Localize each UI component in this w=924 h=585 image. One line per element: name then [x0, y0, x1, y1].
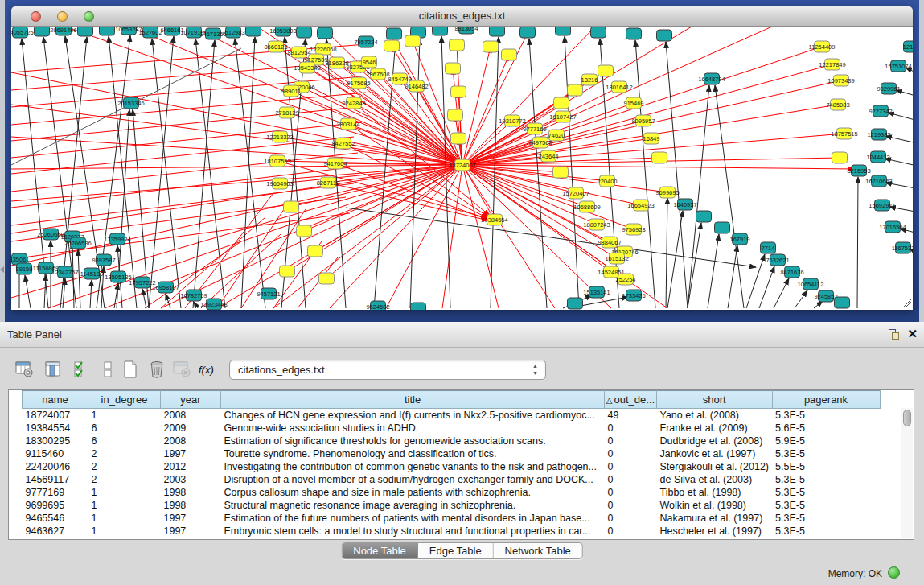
graph-node[interactable] — [451, 133, 466, 144]
graph-edge[interactable] — [161, 165, 462, 308]
graph-edge[interactable] — [857, 177, 858, 308]
float-panel-icon[interactable] — [889, 329, 900, 340]
table-row[interactable]: 1830029562008Estimation of significance … — [23, 435, 881, 447]
table-cell[interactable]: 5.6E-5 — [772, 422, 880, 435]
table-cell[interactable]: Structural magnetic resonance image aver… — [221, 499, 605, 512]
column-header-in_degree[interactable]: in_degree — [88, 391, 161, 409]
table-cell[interactable]: 5.3E-5 — [772, 473, 880, 486]
graph-node[interactable]: 252254 — [615, 274, 635, 285]
graph-edge[interactable] — [774, 278, 789, 308]
graph-edge[interactable] — [462, 165, 555, 308]
graph-node[interactable]: 9417004 — [323, 158, 347, 169]
graph-edge[interactable] — [728, 245, 737, 308]
table-cell[interactable]: 2 — [88, 473, 161, 486]
table-cell[interactable]: 22420046 — [23, 460, 88, 473]
graph-edge[interactable] — [359, 83, 462, 165]
graph-node[interactable]: 220400 — [597, 175, 617, 187]
table-cell[interactable]: 0 — [605, 486, 657, 499]
table-row[interactable]: 1938455462009Genome-wide association stu… — [23, 422, 881, 435]
graph-node[interactable] — [483, 41, 499, 52]
graph-node[interactable]: 1640937 — [673, 199, 696, 210]
graph-node[interactable]: 11254409 — [809, 41, 836, 52]
graph-node[interactable]: 16782759 — [180, 290, 207, 301]
column-header-year[interactable]: year — [161, 391, 221, 409]
graph-node[interactable]: 10973439 — [827, 75, 854, 86]
graph-node[interactable]: 18107553 — [264, 155, 290, 167]
graph-node[interactable] — [626, 28, 642, 39]
graph-node[interactable]: 8471676 — [780, 266, 803, 278]
graph-node[interactable]: 17016504 — [879, 221, 906, 233]
column-header-pagerank[interactable]: pagerank — [772, 391, 880, 409]
graph-node[interactable]: 989011 — [281, 85, 301, 97]
table-cell[interactable]: Dudbridge et al. (2008) — [657, 435, 773, 447]
graph-node[interactable]: 1244413 — [866, 151, 889, 163]
graph-node[interactable] — [433, 27, 448, 35]
graph-edge[interactable] — [193, 40, 215, 308]
column-edit-icon[interactable] — [42, 357, 64, 381]
graph-node[interactable]: 39159 — [16, 263, 33, 274]
graph-node[interactable]: 19654903 — [266, 178, 293, 189]
graph-edge[interactable] — [11, 165, 462, 266]
table-cell[interactable]: 2003 — [161, 473, 221, 486]
graph-edge[interactable] — [11, 165, 462, 169]
graph-node[interactable]: 9329961 — [877, 83, 900, 94]
graph-edge[interactable] — [11, 107, 358, 141]
graph-node[interactable]: 9397587 — [92, 254, 115, 266]
graph-edge[interactable] — [78, 249, 80, 308]
graph-edge[interactable] — [759, 266, 774, 308]
table-cell[interactable]: 1997 — [161, 512, 221, 525]
graph-node[interactable]: 7957224 — [354, 36, 377, 47]
graph-node[interactable]: 20691406 — [50, 27, 76, 35]
graph-edge[interactable] — [441, 36, 450, 308]
graph-edge[interactable] — [462, 27, 772, 165]
graph-node[interactable]: 16654923 — [627, 200, 654, 211]
table-cell[interactable]: 2008 — [161, 435, 221, 447]
graph-node[interactable]: 16849 — [643, 133, 660, 144]
graph-node[interactable]: 1167533 — [892, 242, 913, 253]
graph-node[interactable]: 2718129 — [275, 107, 298, 118]
graph-node[interactable]: 74620 — [548, 130, 565, 141]
graph-node[interactable]: 16958107 — [152, 282, 179, 293]
table-cell[interactable]: 5.3E-5 — [772, 525, 880, 538]
graph-edge[interactable] — [529, 39, 547, 308]
graph-node[interactable]: 19210772 — [499, 115, 525, 126]
graph-node[interactable]: 9457121 — [257, 288, 280, 299]
table-cell[interactable]: 0 — [605, 525, 657, 538]
graph-node[interactable]: 12226058 — [310, 43, 336, 55]
graph-node[interactable] — [284, 201, 299, 212]
table-cell[interactable]: 9463627 — [23, 525, 88, 538]
clear-selection-icon[interactable] — [97, 357, 119, 381]
table-row[interactable]: 969969511998Structural magnetic resonanc… — [23, 499, 881, 512]
graph-node[interactable] — [100, 27, 115, 35]
minimize-window-icon[interactable] — [57, 11, 68, 22]
graph-edge[interactable] — [462, 47, 491, 165]
graph-node[interactable] — [78, 27, 93, 36]
close-window-icon[interactable] — [31, 11, 41, 22]
graph-edge[interactable] — [462, 165, 611, 308]
table-cell[interactable]: Tourette syndrome. Phenomenology and cla… — [221, 447, 605, 460]
graph-edge[interactable] — [715, 85, 744, 308]
graph-edge[interactable] — [235, 39, 265, 308]
graph-node[interactable] — [652, 152, 667, 163]
graph-node[interactable]: 167919 — [729, 233, 749, 245]
graph-edge[interactable] — [149, 36, 174, 308]
table-cell[interactable]: 2008 — [161, 409, 221, 422]
column-header-short[interactable]: short — [657, 391, 773, 409]
graph-edge[interactable] — [462, 55, 509, 165]
table-cell[interactable]: Corpus callosum shape and size in male p… — [221, 486, 605, 499]
scrollbar-thumb[interactable] — [903, 410, 911, 426]
graph-node[interactable] — [411, 303, 426, 310]
graph-node[interactable]: 16107427 — [549, 111, 576, 122]
table-header[interactable]: namein_degreeyeartitle△out_de...shortpag… — [23, 391, 881, 409]
graph-node[interactable]: 15720407 — [562, 187, 589, 199]
zoom-window-icon[interactable] — [84, 11, 94, 22]
graph-edge[interactable] — [328, 183, 488, 220]
table-cell[interactable]: 19384554 — [23, 422, 88, 435]
graph-node[interactable] — [384, 40, 400, 51]
tab-edge-table[interactable]: Edge Table — [418, 543, 494, 558]
table-cell[interactable]: Stergiakouli et al. (2012) — [657, 460, 773, 473]
graph-edge[interactable] — [354, 103, 462, 165]
table-cell[interactable]: 0 — [605, 422, 657, 435]
graph-edge[interactable] — [666, 42, 688, 308]
graph-edge[interactable] — [11, 165, 462, 233]
